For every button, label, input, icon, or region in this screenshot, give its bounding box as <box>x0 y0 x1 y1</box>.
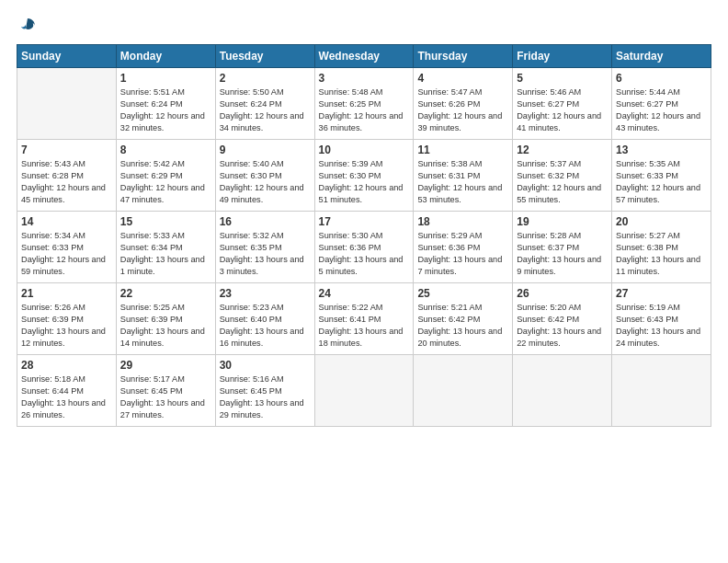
calendar-day-cell: 25Sunrise: 5:21 AM Sunset: 6:42 PM Dayli… <box>414 283 513 355</box>
logo <box>17 17 37 35</box>
calendar-week-row: 1Sunrise: 5:51 AM Sunset: 6:24 PM Daylig… <box>17 68 711 140</box>
day-number: 6 <box>616 72 707 85</box>
day-info: Sunrise: 5:18 AM Sunset: 6:44 PM Dayligh… <box>21 373 112 421</box>
day-info: Sunrise: 5:32 AM Sunset: 6:35 PM Dayligh… <box>220 230 311 278</box>
day-number: 25 <box>417 287 508 300</box>
calendar-day-cell: 6Sunrise: 5:44 AM Sunset: 6:27 PM Daylig… <box>612 68 711 140</box>
day-number: 21 <box>21 287 112 300</box>
day-number: 27 <box>616 287 707 300</box>
calendar-day-cell: 16Sunrise: 5:32 AM Sunset: 6:35 PM Dayli… <box>215 212 314 283</box>
calendar-week-row: 14Sunrise: 5:34 AM Sunset: 6:33 PM Dayli… <box>17 212 711 283</box>
day-info: Sunrise: 5:25 AM Sunset: 6:39 PM Dayligh… <box>120 302 211 350</box>
day-info: Sunrise: 5:35 AM Sunset: 6:33 PM Dayligh… <box>616 158 707 206</box>
day-number: 24 <box>319 287 410 300</box>
calendar-day-cell: 22Sunrise: 5:25 AM Sunset: 6:39 PM Dayli… <box>116 283 215 355</box>
page-header <box>17 17 711 35</box>
main-container: SundayMondayTuesdayWednesdayThursdayFrid… <box>0 0 728 563</box>
day-info: Sunrise: 5:48 AM Sunset: 6:25 PM Dayligh… <box>319 86 410 134</box>
calendar-day-cell: 1Sunrise: 5:51 AM Sunset: 6:24 PM Daylig… <box>116 68 215 140</box>
weekday-header: Tuesday <box>215 45 314 68</box>
day-number: 2 <box>220 72 311 85</box>
day-number: 22 <box>120 287 211 300</box>
day-info: Sunrise: 5:44 AM Sunset: 6:27 PM Dayligh… <box>616 86 707 134</box>
calendar-day-cell: 13Sunrise: 5:35 AM Sunset: 6:33 PM Dayli… <box>612 140 711 212</box>
day-number: 10 <box>319 144 410 156</box>
day-info: Sunrise: 5:47 AM Sunset: 6:26 PM Dayligh… <box>417 86 508 134</box>
day-number: 1 <box>120 72 211 85</box>
day-number: 30 <box>220 359 311 372</box>
day-info: Sunrise: 5:34 AM Sunset: 6:33 PM Dayligh… <box>21 230 112 278</box>
day-number: 9 <box>220 144 311 156</box>
calendar-week-row: 7Sunrise: 5:43 AM Sunset: 6:28 PM Daylig… <box>17 140 711 212</box>
day-info: Sunrise: 5:38 AM Sunset: 6:31 PM Dayligh… <box>417 158 508 206</box>
calendar-day-cell: 9Sunrise: 5:40 AM Sunset: 6:30 PM Daylig… <box>215 140 314 212</box>
calendar-day-cell: 5Sunrise: 5:46 AM Sunset: 6:27 PM Daylig… <box>513 68 612 140</box>
weekday-header: Saturday <box>612 45 711 68</box>
calendar-day-cell: 24Sunrise: 5:22 AM Sunset: 6:41 PM Dayli… <box>314 283 414 355</box>
day-info: Sunrise: 5:16 AM Sunset: 6:45 PM Dayligh… <box>220 373 311 421</box>
calendar-day-cell <box>17 68 117 140</box>
weekday-header: Thursday <box>414 45 513 68</box>
day-number: 7 <box>21 144 112 156</box>
calendar-day-cell: 12Sunrise: 5:37 AM Sunset: 6:32 PM Dayli… <box>513 140 612 212</box>
day-info: Sunrise: 5:27 AM Sunset: 6:38 PM Dayligh… <box>616 230 707 278</box>
calendar-day-cell: 19Sunrise: 5:28 AM Sunset: 6:37 PM Dayli… <box>513 212 612 283</box>
calendar-table: SundayMondayTuesdayWednesdayThursdayFrid… <box>17 44 711 427</box>
calendar-day-cell: 3Sunrise: 5:48 AM Sunset: 6:25 PM Daylig… <box>314 68 414 140</box>
calendar-day-cell: 11Sunrise: 5:38 AM Sunset: 6:31 PM Dayli… <box>414 140 513 212</box>
day-info: Sunrise: 5:33 AM Sunset: 6:34 PM Dayligh… <box>120 230 211 278</box>
day-info: Sunrise: 5:23 AM Sunset: 6:40 PM Dayligh… <box>220 302 311 350</box>
calendar-day-cell <box>414 355 513 427</box>
day-info: Sunrise: 5:50 AM Sunset: 6:24 PM Dayligh… <box>220 86 311 134</box>
day-info: Sunrise: 5:20 AM Sunset: 6:42 PM Dayligh… <box>517 302 608 350</box>
weekday-header-row: SundayMondayTuesdayWednesdayThursdayFrid… <box>17 45 711 68</box>
calendar-day-cell <box>513 355 612 427</box>
calendar-day-cell: 26Sunrise: 5:20 AM Sunset: 6:42 PM Dayli… <box>513 283 612 355</box>
calendar-day-cell: 20Sunrise: 5:27 AM Sunset: 6:38 PM Dayli… <box>612 212 711 283</box>
day-info: Sunrise: 5:26 AM Sunset: 6:39 PM Dayligh… <box>21 302 112 350</box>
calendar-day-cell: 23Sunrise: 5:23 AM Sunset: 6:40 PM Dayli… <box>215 283 314 355</box>
calendar-day-cell: 27Sunrise: 5:19 AM Sunset: 6:43 PM Dayli… <box>612 283 711 355</box>
calendar-day-cell: 28Sunrise: 5:18 AM Sunset: 6:44 PM Dayli… <box>17 355 117 427</box>
calendar-day-cell: 15Sunrise: 5:33 AM Sunset: 6:34 PM Dayli… <box>116 212 215 283</box>
day-info: Sunrise: 5:19 AM Sunset: 6:43 PM Dayligh… <box>616 302 707 350</box>
calendar-day-cell: 7Sunrise: 5:43 AM Sunset: 6:28 PM Daylig… <box>17 140 117 212</box>
day-number: 8 <box>120 144 211 156</box>
day-info: Sunrise: 5:28 AM Sunset: 6:37 PM Dayligh… <box>517 230 608 278</box>
day-number: 28 <box>21 359 112 372</box>
calendar-day-cell: 21Sunrise: 5:26 AM Sunset: 6:39 PM Dayli… <box>17 283 117 355</box>
weekday-header: Friday <box>513 45 612 68</box>
day-info: Sunrise: 5:46 AM Sunset: 6:27 PM Dayligh… <box>517 86 608 134</box>
weekday-header: Sunday <box>17 45 117 68</box>
day-info: Sunrise: 5:29 AM Sunset: 6:36 PM Dayligh… <box>417 230 508 278</box>
day-info: Sunrise: 5:17 AM Sunset: 6:45 PM Dayligh… <box>120 373 211 421</box>
calendar-day-cell <box>612 355 711 427</box>
day-number: 15 <box>120 215 211 228</box>
day-number: 23 <box>220 287 311 300</box>
day-number: 11 <box>417 144 508 156</box>
day-info: Sunrise: 5:40 AM Sunset: 6:30 PM Dayligh… <box>220 158 311 206</box>
calendar-day-cell: 30Sunrise: 5:16 AM Sunset: 6:45 PM Dayli… <box>215 355 314 427</box>
day-info: Sunrise: 5:30 AM Sunset: 6:36 PM Dayligh… <box>319 230 410 278</box>
day-number: 18 <box>417 215 508 228</box>
day-number: 4 <box>417 72 508 85</box>
day-info: Sunrise: 5:37 AM Sunset: 6:32 PM Dayligh… <box>517 158 608 206</box>
day-info: Sunrise: 5:51 AM Sunset: 6:24 PM Dayligh… <box>120 86 211 134</box>
day-number: 14 <box>21 215 112 228</box>
day-info: Sunrise: 5:43 AM Sunset: 6:28 PM Dayligh… <box>21 158 112 206</box>
calendar-day-cell: 14Sunrise: 5:34 AM Sunset: 6:33 PM Dayli… <box>17 212 117 283</box>
day-info: Sunrise: 5:42 AM Sunset: 6:29 PM Dayligh… <box>120 158 211 206</box>
day-info: Sunrise: 5:22 AM Sunset: 6:41 PM Dayligh… <box>319 302 410 350</box>
day-info: Sunrise: 5:21 AM Sunset: 6:42 PM Dayligh… <box>417 302 508 350</box>
calendar-week-row: 28Sunrise: 5:18 AM Sunset: 6:44 PM Dayli… <box>17 355 711 427</box>
calendar-day-cell: 17Sunrise: 5:30 AM Sunset: 6:36 PM Dayli… <box>314 212 414 283</box>
calendar-day-cell: 29Sunrise: 5:17 AM Sunset: 6:45 PM Dayli… <box>116 355 215 427</box>
calendar-day-cell: 18Sunrise: 5:29 AM Sunset: 6:36 PM Dayli… <box>414 212 513 283</box>
calendar-day-cell <box>314 355 414 427</box>
calendar-day-cell: 4Sunrise: 5:47 AM Sunset: 6:26 PM Daylig… <box>414 68 513 140</box>
weekday-header: Wednesday <box>314 45 414 68</box>
day-number: 13 <box>616 144 707 156</box>
calendar-day-cell: 2Sunrise: 5:50 AM Sunset: 6:24 PM Daylig… <box>215 68 314 140</box>
weekday-header: Monday <box>116 45 215 68</box>
day-info: Sunrise: 5:39 AM Sunset: 6:30 PM Dayligh… <box>319 158 410 206</box>
